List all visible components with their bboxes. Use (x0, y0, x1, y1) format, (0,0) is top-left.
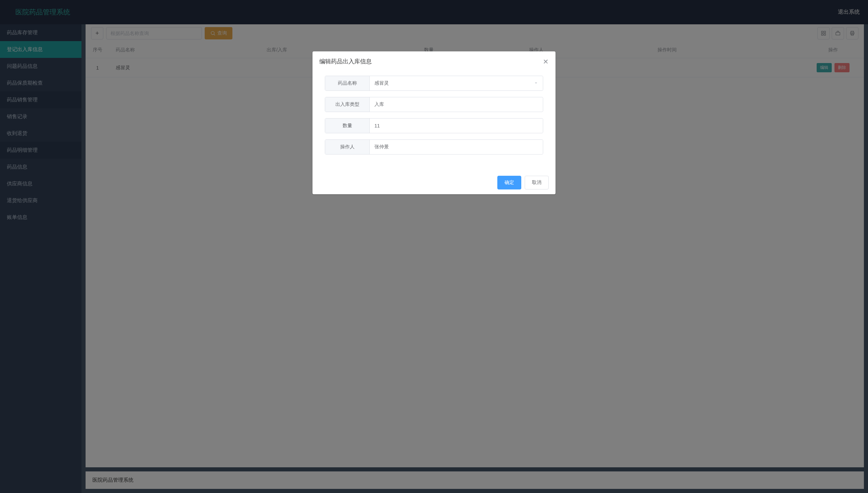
form-row-quantity: 数量 (325, 118, 543, 133)
input-quantity[interactable] (370, 119, 543, 133)
edit-modal: 编辑药品出入库信息 ✕ 药品名称 出入库类型 数量 (312, 51, 556, 194)
input-operator[interactable] (370, 140, 543, 154)
form-row-io-type: 出入库类型 (325, 97, 543, 112)
confirm-button[interactable]: 确定 (497, 176, 521, 189)
cancel-button[interactable]: 取消 (525, 176, 549, 189)
form-row-drug-name: 药品名称 (325, 76, 543, 91)
label-operator: 操作人 (325, 140, 370, 154)
modal-header: 编辑药品出入库信息 ✕ (312, 51, 556, 69)
modal-close-button[interactable]: ✕ (543, 58, 549, 65)
modal-title: 编辑药品出入库信息 (319, 58, 372, 65)
label-drug-name: 药品名称 (325, 76, 370, 90)
form-row-operator: 操作人 (325, 139, 543, 155)
label-io-type: 出入库类型 (325, 97, 370, 112)
close-icon: ✕ (543, 58, 549, 65)
label-quantity: 数量 (325, 119, 370, 133)
select-drug-name[interactable] (370, 76, 543, 90)
modal-body: 药品名称 出入库类型 数量 操作人 (312, 69, 556, 171)
input-io-type[interactable] (370, 98, 543, 111)
modal-footer: 确定 取消 (312, 171, 556, 194)
